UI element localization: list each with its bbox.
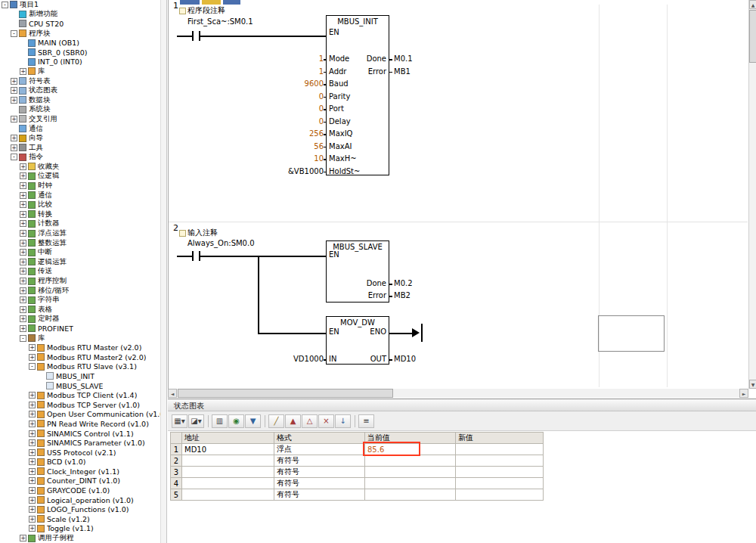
tree-item[interactable]: +SINAMICS Parameter (v1.0) [0, 438, 160, 448]
tree-item[interactable]: +定时器 [0, 315, 160, 324]
new-value-cell[interactable] [456, 455, 544, 467]
tree-item[interactable]: +工具 [0, 143, 160, 153]
tree-item[interactable]: -项目1 [0, 0, 160, 10]
row-number[interactable]: 2 [171, 455, 182, 467]
new-value-cell[interactable] [456, 467, 544, 478]
expand-toggle-icon[interactable]: - [29, 363, 36, 370]
tree-item[interactable]: +调用子例程 [0, 533, 160, 543]
address-cell[interactable] [182, 478, 274, 489]
contact-operand-label[interactable]: Always_On:SM0.0 [187, 239, 255, 248]
tree-item[interactable]: 系统块 [0, 105, 160, 115]
tree-item[interactable]: CPU ST20 [0, 19, 160, 29]
expand-toggle-icon[interactable]: + [11, 116, 17, 123]
expand-toggle-icon[interactable]: + [29, 392, 36, 399]
status-table-view-icon[interactable]: ▦▾ [172, 414, 187, 428]
row-number[interactable]: 5 [171, 489, 182, 501]
tree-item[interactable]: +浮点运算 [0, 228, 160, 238]
tree-scrollbar[interactable] [160, 0, 167, 543]
contact-operand-label[interactable]: First_Sca~:SM0.1 [187, 17, 253, 26]
write-values-icon[interactable]: ▼ [245, 414, 261, 428]
force-table-icon[interactable]: ▥ [212, 414, 228, 428]
tree-item[interactable]: +表格 [0, 305, 160, 315]
expand-toggle-icon[interactable]: + [29, 430, 36, 437]
tree-item[interactable]: +中断 [0, 247, 160, 257]
tree-item[interactable]: +通信 [0, 191, 160, 200]
editor-tab[interactable] [180, 0, 200, 5]
input-operand[interactable]: 1 [260, 67, 324, 76]
new-value-cell[interactable] [456, 444, 544, 455]
expand-toggle-icon[interactable]: + [20, 230, 26, 237]
new-value-cell[interactable] [456, 489, 544, 501]
input-operand[interactable]: 56 [260, 142, 324, 151]
expand-toggle-icon[interactable]: + [11, 144, 17, 151]
address-cell[interactable] [182, 467, 274, 478]
expand-toggle-icon[interactable]: + [29, 411, 36, 417]
new-value-cell[interactable] [456, 478, 544, 489]
read-forced-icon[interactable]: ↓ [335, 414, 351, 428]
expand-toggle-icon[interactable]: + [20, 268, 26, 275]
tree-item[interactable]: +传送 [0, 267, 160, 277]
tree-item[interactable]: MBUS_INIT [0, 371, 160, 381]
input-operand[interactable]: 256 [260, 129, 324, 138]
expand-toggle-icon[interactable]: + [20, 211, 26, 218]
address-cell[interactable]: MD10 [182, 444, 274, 455]
input-operand[interactable]: 0 [260, 92, 324, 101]
row-number[interactable]: 1 [171, 444, 182, 455]
force-icon[interactable]: ▲ [285, 414, 301, 428]
input-operand[interactable]: 0 [260, 117, 324, 126]
tree-item[interactable]: +符号表 [0, 76, 160, 86]
tree-item[interactable]: -指令 [0, 153, 160, 163]
output-operand[interactable]: MB1 [394, 67, 411, 76]
scroll-left-icon[interactable]: ◄ [168, 389, 177, 398]
network-comment[interactable]: 程序段注释 [187, 6, 225, 15]
tree-item[interactable]: +时钟 [0, 181, 160, 191]
properties-icon[interactable]: ≡ [358, 414, 374, 428]
tree-item[interactable]: +向导 [0, 133, 160, 143]
tree-item[interactable]: +BCD (v1.0) [0, 458, 160, 467]
expand-toggle-icon[interactable]: + [20, 220, 26, 227]
row-number[interactable]: 4 [171, 478, 182, 489]
network-comment[interactable]: 输入注释 [187, 228, 218, 237]
tree-item[interactable]: +Modbus TCP Server (v1.0) [0, 400, 160, 410]
expand-toggle-icon[interactable]: + [29, 458, 36, 465]
tree-item[interactable]: MBUS_SLAVE [0, 381, 160, 391]
expand-toggle-icon[interactable]: + [29, 439, 36, 446]
editor-tab[interactable] [202, 0, 221, 5]
tree-item[interactable]: +数据块 [0, 95, 160, 105]
tree-item[interactable]: +收藏夹 [0, 162, 160, 172]
vertical-scrollbar-thumb[interactable] [749, 10, 756, 63]
expand-toggle-icon[interactable]: + [20, 535, 26, 541]
output-operand[interactable]: M0.1 [394, 54, 413, 64]
format-cell[interactable]: 有符号 [274, 489, 365, 501]
editor-vertical-scrollbar[interactable]: ▲ ▼ [748, 0, 756, 389]
expand-toggle-icon[interactable]: + [20, 249, 26, 256]
expand-toggle-icon[interactable]: - [2, 2, 8, 8]
expand-toggle-icon[interactable]: + [20, 325, 26, 332]
tree-item[interactable]: +Clock_Integer (v1.1) [0, 467, 160, 476]
expand-toggle-icon[interactable]: + [11, 97, 17, 104]
expand-toggle-icon[interactable]: + [20, 201, 26, 208]
input-operand[interactable]: 9600 [260, 79, 324, 88]
trend-view-icon[interactable]: ◪▾ [188, 414, 204, 428]
tree-item[interactable]: +移位/循环 [0, 286, 160, 296]
expand-toggle-icon[interactable]: + [29, 506, 36, 513]
expand-toggle-icon[interactable]: + [29, 516, 36, 523]
expand-toggle-icon[interactable]: + [29, 525, 36, 532]
tree-item[interactable]: +Toggle (v1.1) [0, 524, 160, 534]
tree-item[interactable]: +程序控制 [0, 276, 160, 286]
tree-item[interactable]: +字符串 [0, 295, 160, 305]
scroll-right-icon[interactable]: ► [739, 389, 748, 398]
tree-item[interactable]: +比较 [0, 200, 160, 209]
expand-toggle-icon[interactable]: + [29, 402, 36, 408]
output-operand[interactable]: MD10 [394, 355, 416, 364]
expand-toggle-icon[interactable]: + [20, 259, 26, 265]
input-operand[interactable]: 1 [260, 54, 324, 64]
tree-item[interactable]: -库 [0, 334, 160, 343]
scroll-up-icon[interactable]: ▲ [749, 0, 756, 9]
tree-item[interactable]: +Modbus RTU Master2 (v2.0) [0, 352, 160, 362]
editor-horizontal-scrollbar[interactable]: ◄ ► [168, 389, 748, 398]
unforce-icon[interactable]: △ [302, 414, 318, 428]
tree-item[interactable]: +逻辑运算 [0, 257, 160, 267]
expand-toggle-icon[interactable]: + [20, 278, 26, 284]
tree-item[interactable]: +转换 [0, 209, 160, 219]
